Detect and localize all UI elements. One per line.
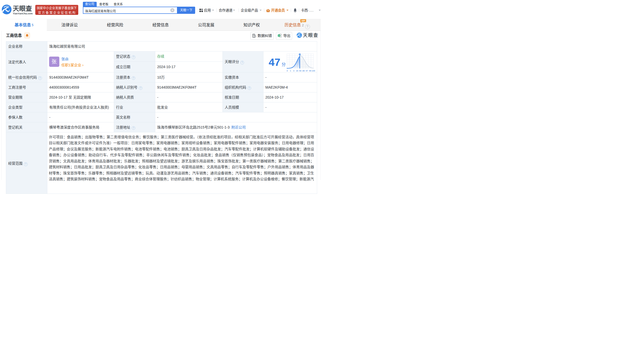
svg-text:50: 50	[299, 70, 301, 72]
svg-text:97: 97	[306, 70, 308, 72]
svg-text:0: 0	[287, 70, 288, 72]
svg-text:85: 85	[302, 70, 305, 72]
svg-text:15: 15	[296, 70, 298, 72]
svg-text:VIP: VIP	[302, 19, 305, 22]
svg-text:3: 3	[293, 70, 294, 72]
svg-text:天眼查: 天眼查	[303, 33, 318, 38]
svg-text:1: 1	[290, 70, 291, 72]
svg-text:X: X	[278, 35, 280, 37]
svg-text:100: 100	[312, 70, 315, 72]
svg-text:99: 99	[309, 70, 311, 72]
